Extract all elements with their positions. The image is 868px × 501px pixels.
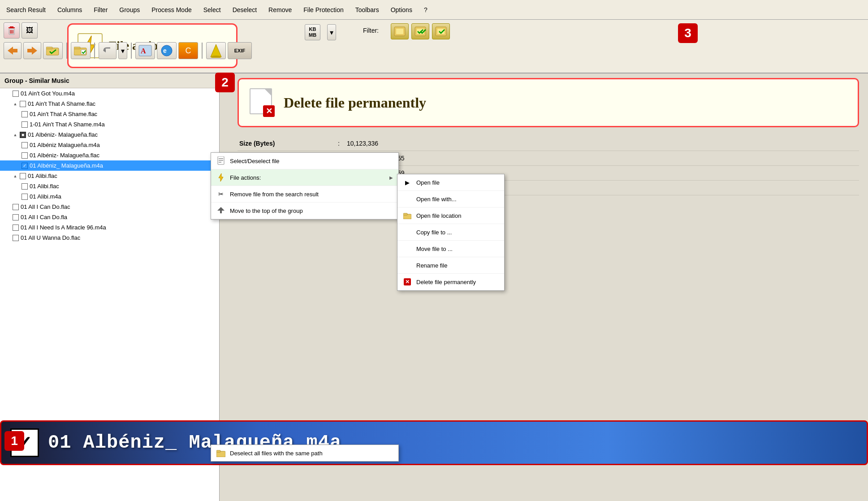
menu-process-mode[interactable]: Process Mode — [150, 5, 193, 14]
deselect-label: Deselect all files with the same path — [230, 450, 323, 457]
submenu: ▶ Open file Open file with... Open file … — [397, 174, 505, 291]
submenu-delete[interactable]: ✕ Delete file permanently — [397, 274, 504, 290]
checkbox-aint-2[interactable] — [22, 111, 28, 117]
ctx-lightning-icon — [216, 173, 225, 182]
ctx-move-top[interactable]: Move to the top of the group — [211, 203, 398, 219]
image-btn[interactable]: 🖼 — [22, 22, 38, 39]
checkbox-albeniz-sel[interactable]: ✓ — [22, 163, 28, 169]
dropdown-arrow[interactable]: ▾ — [327, 24, 336, 40]
text-btn[interactable]: A — [135, 42, 155, 59]
checkbox-aint-shame[interactable] — [20, 101, 26, 107]
menu-bar: Search Result Columns Filter Groups Proc… — [0, 0, 868, 20]
delete-label: Delete file permanently — [284, 95, 426, 111]
svg-marker-15 — [27, 47, 37, 55]
tree-item-albeniz-flac[interactable]: 01 Albéniz- Malagueña.flac — [0, 150, 219, 160]
svg-rect-19 — [74, 47, 80, 49]
ctx-arrow: ▶ — [389, 175, 393, 180]
delete-highlight-box: ✕ Delete file permanently — [238, 78, 859, 127]
tree-item-aint-got[interactable]: 01 Ain't Got You.m4a — [0, 88, 219, 99]
submenu-open-file[interactable]: ▶ Open file — [397, 174, 504, 191]
svg-rect-36 — [216, 450, 220, 452]
checkbox-1-01[interactable] — [22, 121, 28, 128]
back-btn[interactable] — [4, 42, 22, 59]
svg-marker-26 — [211, 44, 221, 57]
menu-options[interactable]: Options — [389, 5, 414, 14]
menu-select[interactable]: Select — [202, 5, 223, 14]
tree-item-alibi-flac[interactable]: 01 Alibi.flac — [0, 181, 219, 191]
forward-btn[interactable] — [23, 42, 41, 59]
tree-item-1-01[interactable]: 1-01 Ain't That A Shame.m4a — [0, 119, 219, 130]
info-size-label: Size (Bytes) — [239, 140, 338, 147]
menu-remove[interactable]: Remove — [267, 5, 294, 14]
expand-icon[interactable]: ▲ — [13, 101, 18, 107]
tree-item-all-i-can-2[interactable]: 01 All I Can Do.fla — [0, 212, 219, 222]
menu-help[interactable]: ? — [422, 5, 429, 14]
checkbox-alibi-main[interactable] — [20, 173, 26, 179]
expand-alibi[interactable]: ▲ — [13, 173, 18, 179]
checkbox-albeniz-main[interactable]: ■ — [20, 132, 26, 138]
submenu-rename[interactable]: Rename file — [397, 257, 504, 274]
delete-btn[interactable] — [4, 22, 20, 39]
menu-filter[interactable]: Filter — [92, 5, 109, 14]
ctx-remove-file[interactable]: ✂ Remove file from the search result — [211, 186, 398, 203]
menu-deselect[interactable]: Deselect — [231, 5, 259, 14]
ctx-select-deselect[interactable]: Select/Deselect file — [211, 153, 398, 169]
svg-marker-32 — [219, 173, 223, 181]
deselect-bar[interactable]: Deselect all files with the same path — [211, 445, 399, 462]
checkbox-all-i-can[interactable] — [13, 204, 19, 210]
tree-item-all-i-need[interactable]: 01 All I Need Is A Miracle 96.m4a — [0, 222, 219, 233]
submenu-open-location[interactable]: Open file location — [397, 207, 504, 224]
ctx-select-label: Select/Deselect file — [230, 158, 280, 164]
svg-text:A: A — [141, 47, 146, 55]
tree-item-aint-that-shame[interactable]: ▲ 01 Ain't That A Shame.flac — [0, 99, 219, 109]
menu-file-protection[interactable]: File Protection — [302, 5, 345, 14]
badge-3: 3 — [678, 23, 698, 43]
expand-albeniz[interactable]: ▲ — [13, 132, 18, 138]
checkbox-albeniz-m4a[interactable] — [22, 142, 28, 148]
dropdown2[interactable]: ▾ — [118, 42, 127, 59]
tree-item-alibi-m4a[interactable]: 01 Alibi.m4a — [0, 191, 219, 202]
folder-check-btn[interactable] — [43, 42, 63, 59]
submenu-copy[interactable]: Copy file to ... — [397, 224, 504, 241]
filter-btn-3[interactable] — [432, 23, 450, 39]
menu-toolbars[interactable]: Toolbars — [354, 5, 381, 14]
kb-mb-button[interactable]: KB MB — [305, 24, 320, 40]
menu-groups[interactable]: Groups — [117, 5, 142, 14]
ctx-scissors-icon: ✂ — [216, 190, 225, 199]
tree-item-albeniz-main[interactable]: ▲ ■ 01 Albéniz- Malagueña.flac — [0, 130, 219, 140]
checkbox-aint-got[interactable] — [13, 91, 19, 97]
ctx-file-actions[interactable]: File actions: ▶ — [211, 169, 398, 186]
filter-btn-1[interactable] — [391, 23, 409, 39]
svg-rect-9 — [396, 29, 403, 34]
folder-nav-btn[interactable] — [71, 42, 91, 59]
ie-btn[interactable]: e — [157, 42, 177, 59]
filter-btn-2[interactable] — [411, 23, 429, 39]
ctx-file-actions-label: File actions: — [230, 174, 261, 181]
svg-marker-34 — [217, 207, 225, 211]
checkbox-alibi-m4a[interactable] — [22, 194, 28, 200]
tree-item-all-u[interactable]: 01 All U Wanna Do.flac — [0, 233, 219, 243]
tree-item-all-i-can[interactable]: 01 All I Can Do.flac — [0, 202, 219, 212]
undo-btn[interactable] — [99, 42, 117, 59]
checkbox-all-i-can-2[interactable] — [13, 214, 19, 220]
menu-search-result[interactable]: Search Result — [4, 5, 48, 14]
checkbox-all-u[interactable] — [13, 235, 19, 241]
tree-item-albeniz-m4a[interactable]: 01 Albéniz Malagueña.m4a — [0, 140, 219, 150]
exif-btn[interactable]: EXIF — [228, 42, 252, 59]
orange-btn[interactable]: C — [178, 42, 198, 59]
tree-item-albeniz-underscore[interactable]: ✓ 01 Albéniz_ Malagueña.m4a — [0, 160, 219, 171]
cone-btn[interactable] — [206, 42, 226, 59]
checkbox-all-i-need[interactable] — [13, 225, 19, 231]
submenu-move[interactable]: Move file to ... — [397, 241, 504, 257]
filter-label: Filter: — [363, 27, 379, 34]
delete-icon: ✕ — [403, 277, 412, 286]
tree-item-aint-that-2[interactable]: 01 Ain't That A Shame.flac — [0, 109, 219, 119]
rename-icon — [403, 261, 412, 270]
menu-columns[interactable]: Columns — [56, 5, 84, 14]
tree-item-alibi-main[interactable]: ▲ 01 Alibi.flac — [0, 171, 219, 181]
filename-bar: ✓ 01 Albéniz_ Malagueña.m4a — [0, 420, 868, 465]
checkbox-alibi-flac[interactable] — [22, 183, 28, 190]
submenu-open-with[interactable]: Open file with... — [397, 191, 504, 207]
checkbox-albeniz-flac[interactable] — [22, 152, 28, 159]
badge-2: 2 — [215, 73, 235, 92]
